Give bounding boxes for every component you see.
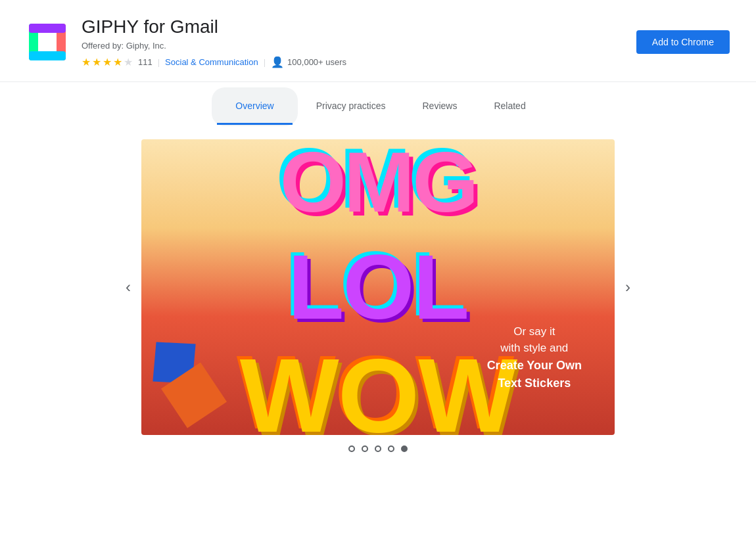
carousel-image-wrapper: OMG LOL WOW Or say it with style and Cre… — [141, 139, 615, 435]
gif-content: OMG LOL WOW Or say it with style and Cre… — [141, 139, 615, 435]
header-info: GIPHY for Gmail Offered by: Giphy, Inc. … — [82, 16, 623, 68]
star-1: ★ — [82, 56, 91, 68]
caption-bold: Create Your OwnText Stickers — [487, 357, 582, 392]
star-2: ★ — [92, 56, 101, 68]
carousel-image: OMG LOL WOW Or say it with style and Cre… — [141, 139, 615, 435]
rating-count: 111 — [138, 57, 153, 67]
carousel-prev-button[interactable]: ‹ — [115, 274, 141, 300]
carousel-dot-4[interactable] — [388, 445, 394, 452]
carousel-dots — [0, 435, 756, 452]
users-info: 👤 100,000+ users — [271, 56, 346, 68]
add-to-chrome-button[interactable]: Add to Chrome — [636, 30, 730, 54]
carousel-dot-1[interactable] — [348, 445, 355, 452]
carousel-dot-2[interactable] — [362, 445, 368, 452]
caption-line1: Or say it — [513, 325, 555, 338]
carousel-section: ‹ OMG LOL WOW Or say it with style and C… — [0, 126, 756, 435]
offered-by: Offered by: Giphy, Inc. — [82, 41, 623, 51]
star-rating: ★ ★ ★ ★ ★ — [82, 56, 133, 68]
app-icon — [26, 21, 68, 63]
app-title: GIPHY for Gmail — [82, 16, 623, 38]
lol-text: LOL — [141, 241, 615, 333]
star-4: ★ — [113, 56, 122, 68]
tabs-section: Overview Privacy practices Reviews Relat… — [0, 82, 756, 126]
separator-pipe: | — [158, 57, 160, 67]
separator-pipe-2: | — [264, 57, 266, 67]
tab-privacy[interactable]: Privacy practices — [298, 89, 404, 125]
carousel-dot-5[interactable] — [401, 445, 408, 452]
tab-related[interactable]: Related — [475, 89, 544, 125]
tab-overview[interactable]: Overview — [217, 89, 292, 125]
carousel-dot-3[interactable] — [375, 445, 381, 452]
tabs-inner: Overview Privacy practices Reviews Relat… — [212, 87, 544, 126]
star-3: ★ — [103, 56, 112, 68]
svg-rect-4 — [29, 24, 66, 33]
page-header: GIPHY for Gmail Offered by: Giphy, Inc. … — [0, 0, 756, 81]
star-5: ★ — [124, 56, 133, 68]
users-icon: 👤 — [271, 56, 284, 68]
carousel-next-button[interactable]: › — [615, 274, 641, 300]
meta-row: ★ ★ ★ ★ ★ 111 | Social & Communication |… — [82, 56, 623, 68]
svg-rect-6 — [38, 33, 57, 51]
caption-line2: with style and — [500, 342, 568, 354]
omg-text: OMG — [141, 139, 615, 225]
users-text: 100,000+ users — [287, 57, 346, 67]
category-link[interactable]: Social & Communication — [165, 57, 258, 67]
tab-reviews[interactable]: Reviews — [404, 89, 476, 125]
caption-text: Or say it with style and Create Your Own… — [487, 323, 582, 392]
overview-tab-wrapper: Overview — [212, 87, 297, 126]
svg-rect-5 — [29, 51, 66, 60]
